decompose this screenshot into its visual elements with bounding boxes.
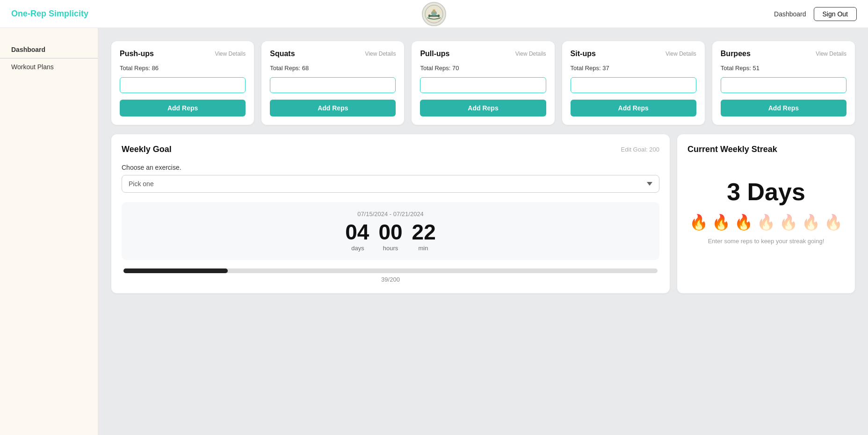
burpees-view-details[interactable]: View Details — [816, 51, 846, 57]
app-body: Dashboard Workout Plans Push-ups View De… — [0, 28, 868, 435]
sidebar: Dashboard Workout Plans — [0, 28, 98, 435]
countdown-days-value: 04 — [345, 221, 369, 243]
pullups-rep-input[interactable] — [420, 77, 546, 93]
edit-goal-link[interactable]: Edit Goal: 200 — [621, 146, 659, 153]
weekly-goal-header: Weekly Goal Edit Goal: 200 — [122, 145, 659, 154]
situps-rep-input[interactable] — [571, 77, 696, 93]
countdown-min-label: min — [412, 245, 435, 252]
flame-3: 🔥 — [734, 213, 753, 231]
progress-bar-background — [123, 268, 658, 273]
exercise-cards-row: Push-ups View Details Total Reps: 86 Add… — [111, 41, 855, 125]
progress-bar-fill — [123, 268, 228, 273]
progress-section: 39/200 — [122, 268, 659, 283]
squats-card-header: Squats View Details — [270, 50, 396, 58]
countdown-labels: days hours min — [130, 245, 651, 252]
pushups-view-details[interactable]: View Details — [215, 51, 246, 57]
countdown-numbers: 04 00 22 — [130, 221, 651, 243]
brand-logo: One-Rep Simplicity — [11, 9, 88, 19]
situps-add-reps-button[interactable]: Add Reps — [571, 100, 696, 116]
flame-4: 🔥 — [757, 213, 775, 231]
pullups-view-details[interactable]: View Details — [515, 51, 546, 57]
pushups-rep-input[interactable] — [120, 77, 246, 93]
svg-rect-2 — [428, 14, 430, 17]
pullups-card-header: Pull-ups View Details — [420, 50, 546, 58]
exercise-picker[interactable]: Pick one Push-ups Squats Pull-ups Sit-up… — [122, 175, 659, 193]
streak-title: Current Weekly Streak — [687, 145, 845, 154]
flame-6: 🔥 — [802, 213, 820, 231]
burpees-card-header: Burpees View Details — [721, 50, 846, 58]
squats-card: Squats View Details Total Reps: 68 Add R… — [261, 41, 404, 125]
streak-flames: 🔥 🔥 🔥 🔥 🔥 🔥 🔥 — [689, 213, 843, 231]
situps-total-reps: Total Reps: 37 — [571, 65, 696, 72]
countdown-hours-value: 00 — [378, 221, 402, 243]
streak-days-count: 3 Days — [727, 178, 805, 206]
situps-title: Sit-ups — [571, 50, 596, 58]
countdown-container: 07/15/2024 - 07/21/2024 04 00 22 days ho… — [122, 202, 659, 260]
burpees-add-reps-button[interactable]: Add Reps — [721, 100, 846, 116]
header-nav: Dashboard Sign Out — [774, 7, 857, 21]
flame-2: 🔥 — [712, 213, 731, 231]
site-logo-image — [422, 2, 446, 26]
header: One-Rep Simplicity Dashboard Sign Out — [0, 0, 868, 28]
pushups-card-header: Push-ups View Details — [120, 50, 246, 58]
situps-view-details[interactable]: View Details — [665, 51, 696, 57]
squats-total-reps: Total Reps: 68 — [270, 65, 396, 72]
pullups-add-reps-button[interactable]: Add Reps — [420, 100, 546, 116]
pushups-card: Push-ups View Details Total Reps: 86 Add… — [111, 41, 254, 125]
squats-title: Squats — [270, 50, 295, 58]
flame-5: 🔥 — [779, 213, 798, 231]
flame-7: 🔥 — [824, 213, 843, 231]
choose-exercise-label: Choose an exercise. — [122, 164, 659, 171]
main-content: Push-ups View Details Total Reps: 86 Add… — [98, 28, 868, 435]
bottom-row: Weekly Goal Edit Goal: 200 Choose an exe… — [111, 134, 855, 293]
flame-1: 🔥 — [689, 213, 708, 231]
sidebar-item-workout-plans[interactable]: Workout Plans — [0, 58, 98, 75]
svg-point-5 — [433, 9, 435, 12]
pushups-add-reps-button[interactable]: Add Reps — [120, 100, 246, 116]
dashboard-nav-link[interactable]: Dashboard — [774, 10, 806, 18]
pushups-title: Push-ups — [120, 50, 154, 58]
squats-add-reps-button[interactable]: Add Reps — [270, 100, 396, 116]
squats-rep-input[interactable] — [270, 77, 396, 93]
sidebar-item-dashboard[interactable]: Dashboard — [0, 41, 98, 58]
pushups-total-reps: Total Reps: 86 — [120, 65, 246, 72]
countdown-min-value: 22 — [412, 221, 436, 243]
header-center-logo — [422, 2, 446, 26]
weekly-goal-card: Weekly Goal Edit Goal: 200 Choose an exe… — [111, 134, 670, 293]
burpees-card: Burpees View Details Total Reps: 51 Add … — [712, 41, 855, 125]
burpees-title: Burpees — [721, 50, 751, 58]
svg-rect-3 — [438, 14, 440, 17]
countdown-date-range: 07/15/2024 - 07/21/2024 — [130, 210, 651, 218]
pullups-title: Pull-ups — [420, 50, 449, 58]
countdown-hours-label: hours — [379, 245, 402, 252]
burpees-total-reps: Total Reps: 51 — [721, 65, 846, 72]
situps-card: Sit-ups View Details Total Reps: 37 Add … — [562, 41, 705, 125]
burpees-rep-input[interactable] — [721, 77, 846, 93]
progress-text: 39/200 — [123, 276, 658, 283]
squats-view-details[interactable]: View Details — [365, 51, 396, 57]
sign-out-button[interactable]: Sign Out — [814, 7, 857, 21]
pullups-total-reps: Total Reps: 70 — [420, 65, 546, 72]
countdown-days-label: days — [346, 245, 369, 252]
pullups-card: Pull-ups View Details Total Reps: 70 Add… — [412, 41, 554, 125]
weekly-goal-title: Weekly Goal — [122, 145, 172, 154]
streak-message: Enter some reps to keep your streak goin… — [708, 238, 825, 245]
situps-card-header: Sit-ups View Details — [571, 50, 696, 58]
weekly-streak-card: Current Weekly Streak 3 Days 🔥 🔥 🔥 🔥 🔥 🔥… — [677, 134, 855, 293]
